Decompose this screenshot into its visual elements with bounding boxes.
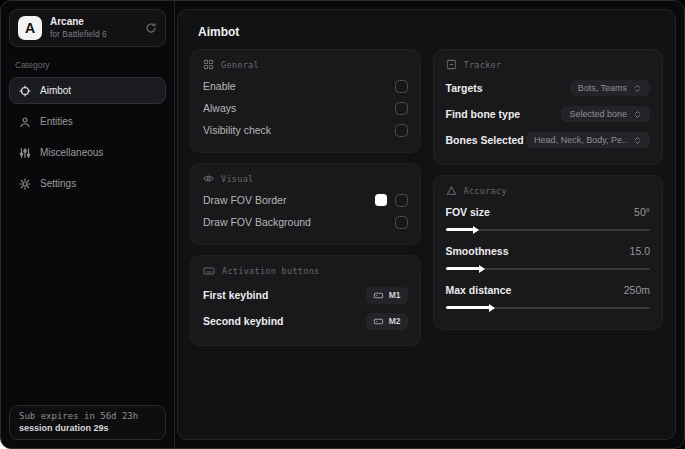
- setting-row: Max distance 250m: [446, 279, 651, 301]
- setting-row: Always: [203, 97, 408, 119]
- enable-checkbox[interactable]: [395, 80, 408, 93]
- setting-row: First keybind M1: [203, 282, 408, 308]
- tracker-card: Tracker Targets Bots, Teams: [433, 49, 664, 165]
- first-keybind-button[interactable]: M1: [366, 287, 408, 304]
- sidebar-item-label: Aimbot: [40, 85, 71, 96]
- dropdown-value: Head, Neck, Body, Pe..: [534, 135, 627, 145]
- activation-card-header: Activation buttons: [203, 265, 408, 277]
- fov-size-slider[interactable]: [446, 225, 651, 234]
- sidebar-item-label: Settings: [40, 178, 76, 189]
- sidebar-item-label: Entities: [40, 116, 73, 127]
- card-title: Tracker: [464, 60, 502, 70]
- right-column: Tracker Targets Bots, Teams: [433, 49, 664, 340]
- sidebar-item-label: Miscellaneous: [40, 147, 103, 158]
- general-card: General Enable Always Visibility check: [190, 49, 421, 153]
- tracker-card-header: Tracker: [446, 59, 651, 70]
- visual-card: Visual Draw FOV Border Draw FOV Backgrou…: [190, 163, 421, 245]
- card-title: Activation buttons: [222, 266, 320, 276]
- setting-label: Find bone type: [446, 108, 521, 120]
- setting-row: Targets Bots, Teams: [446, 75, 651, 101]
- gear-icon: [19, 178, 31, 190]
- session-duration-text: session duration 29s: [19, 423, 156, 433]
- bones-selected-dropdown[interactable]: Head, Neck, Body, Pe..: [526, 132, 650, 148]
- draw-fov-border-checkbox[interactable]: [395, 194, 408, 207]
- setting-row: Bones Selected Head, Neck, Body, Pe..: [446, 127, 651, 153]
- app-logo: A: [18, 16, 42, 40]
- sync-icon[interactable]: [145, 22, 157, 34]
- card-title: General: [221, 60, 259, 70]
- card-title: Accuracy: [464, 186, 507, 196]
- max-distance-value: 250m: [624, 284, 650, 296]
- brand-card: A Arcane for Battlefield 6: [9, 9, 166, 47]
- main-area: Aimbot General: [175, 1, 684, 448]
- always-checkbox[interactable]: [395, 102, 408, 115]
- visibility-check-checkbox[interactable]: [395, 124, 408, 137]
- expand-icon: [633, 84, 642, 93]
- setting-label: Visibility check: [203, 124, 271, 136]
- crosshair-icon: [19, 85, 31, 97]
- sliders-icon: [19, 147, 31, 159]
- card-title: Visual: [221, 174, 254, 184]
- content-panel: Aimbot General: [177, 9, 676, 440]
- sidebar-nav: Aimbot Entities Miscellaneous: [9, 77, 166, 197]
- fov-size-value: 50°: [634, 206, 650, 218]
- find-bone-type-dropdown[interactable]: Selected bone: [561, 106, 650, 122]
- keyboard-icon: [203, 265, 215, 277]
- slider-fill: [446, 267, 481, 270]
- setting-label: Targets: [446, 82, 483, 94]
- setting-label: Smoothness: [446, 245, 509, 257]
- smoothness-slider[interactable]: [446, 264, 651, 273]
- accuracy-card: Accuracy FOV size 50° Smoothness 1: [433, 175, 664, 330]
- slider-fill: [446, 306, 491, 309]
- fov-border-color-swatch[interactable]: [375, 194, 387, 206]
- draw-fov-background-checkbox[interactable]: [395, 216, 408, 229]
- triangle-icon: [446, 185, 457, 196]
- setting-row: Visibility check: [203, 119, 408, 141]
- mouse-icon: [373, 290, 384, 301]
- setting-row: Draw FOV Border: [203, 189, 408, 211]
- app-name: Arcane: [50, 16, 107, 29]
- dropdown-value: Bots, Teams: [578, 83, 627, 93]
- page-title: Aimbot: [198, 25, 667, 39]
- expand-icon: [633, 136, 642, 145]
- setting-row: Find bone type Selected bone: [446, 101, 651, 127]
- setting-label: First keybind: [203, 289, 268, 301]
- smoothness-value: 15.0: [630, 245, 650, 257]
- setting-label: Always: [203, 102, 236, 114]
- expand-icon: [633, 110, 642, 119]
- setting-row: Second keybind M2: [203, 308, 408, 334]
- visual-card-header: Visual: [203, 173, 408, 184]
- app-window: A Arcane for Battlefield 6 Category Aimb…: [0, 0, 685, 449]
- setting-label: Bones Selected: [446, 134, 524, 146]
- second-keybind-button[interactable]: M2: [366, 313, 408, 330]
- setting-row: Smoothness 15.0: [446, 240, 651, 262]
- activation-buttons-card: Activation buttons First keybind M1: [190, 255, 421, 346]
- setting-label: Max distance: [446, 284, 512, 296]
- grid-icon: [203, 59, 214, 70]
- targets-dropdown[interactable]: Bots, Teams: [570, 80, 650, 96]
- slider-fill: [446, 228, 475, 231]
- sidebar-item-miscellaneous[interactable]: Miscellaneous: [9, 139, 166, 166]
- sub-expiry-text: Sub expires in 56d 23h: [19, 411, 156, 421]
- sidebar-item-settings[interactable]: Settings: [9, 170, 166, 197]
- setting-label: FOV size: [446, 206, 490, 218]
- setting-row: Enable: [203, 75, 408, 97]
- category-label: Category: [15, 60, 160, 70]
- person-icon: [19, 116, 31, 128]
- subscription-card: Sub expires in 56d 23h session duration …: [9, 405, 166, 440]
- setting-label: Second keybind: [203, 315, 284, 327]
- max-distance-slider[interactable]: [446, 303, 651, 312]
- setting-label: Enable: [203, 80, 236, 92]
- keybind-value: M1: [389, 290, 401, 300]
- setting-label: Draw FOV Border: [203, 194, 286, 206]
- sidebar: A Arcane for Battlefield 6 Category Aimb…: [1, 1, 175, 448]
- sidebar-item-aimbot[interactable]: Aimbot: [9, 77, 166, 104]
- eye-icon: [203, 173, 214, 184]
- general-card-header: General: [203, 59, 408, 70]
- setting-row: Draw FOV Background: [203, 211, 408, 233]
- keybind-value: M2: [389, 316, 401, 326]
- sidebar-item-entities[interactable]: Entities: [9, 108, 166, 135]
- app-subtitle: for Battlefield 6: [50, 29, 107, 40]
- left-column: General Enable Always Visibility check: [190, 49, 421, 356]
- tracker-icon: [446, 59, 457, 70]
